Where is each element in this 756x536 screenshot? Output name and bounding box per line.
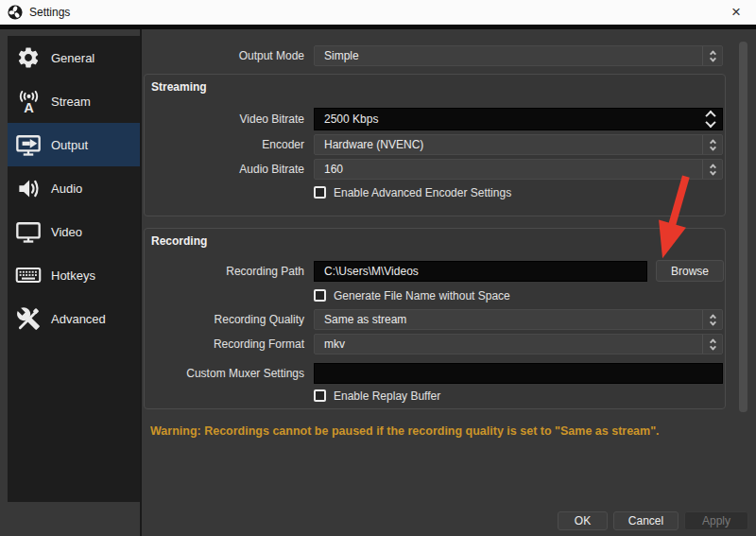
output-mode-label: Output Mode	[144, 45, 304, 66]
recording-format-select[interactable]: mkv	[314, 334, 723, 354]
advanced-icon	[14, 304, 43, 333]
apply-button[interactable]: Apply	[684, 511, 748, 530]
obs-logo-icon	[8, 5, 23, 20]
titlebar: Settings ×	[0, 0, 756, 25]
advanced-encoder-checkbox-label: Enable Advanced Encoder Settings	[334, 186, 511, 199]
cancel-button[interactable]: Cancel	[613, 511, 679, 530]
browse-button[interactable]: Browse	[656, 260, 724, 282]
titlebar-divider	[0, 25, 756, 29]
sidebar-item-general[interactable]: General	[8, 36, 140, 79]
recording-quality-label: Recording Quality	[144, 309, 304, 330]
audio-icon	[14, 174, 43, 202]
recording-quality-select[interactable]: Same as stream	[314, 309, 723, 330]
encoder-label: Encoder	[144, 134, 304, 155]
sidebar-item-hotkeys[interactable]: Hotkeys	[8, 253, 140, 297]
sidebar-item-label: General	[51, 51, 94, 65]
streaming-group-title: Streaming	[151, 80, 207, 94]
scrollbar[interactable]	[739, 42, 747, 412]
recording-group-title: Recording	[151, 234, 207, 248]
recording-quality-spinner[interactable]	[702, 310, 722, 329]
recording-format-label: Recording Format	[144, 334, 304, 354]
output-icon	[14, 130, 43, 159]
sidebar-nav: General A Stream	[8, 36, 140, 502]
encoder-value: Hardware (NVENC)	[324, 138, 423, 151]
audio-bitrate-label: Audio Bitrate	[144, 159, 304, 180]
output-mode-value: Simple	[324, 49, 359, 62]
svg-text:A: A	[24, 99, 34, 113]
filename-space-checkbox[interactable]	[314, 289, 326, 302]
custom-muxer-input[interactable]	[314, 363, 723, 384]
video-icon	[14, 217, 43, 246]
sidebar-item-label: Hotkeys	[51, 268, 95, 283]
filename-space-checkbox-label: Generate File Name without Space	[334, 289, 510, 303]
sidebar-item-label: Output	[51, 138, 88, 152]
sidebar-item-label: Audio	[51, 182, 82, 196]
close-button[interactable]: ×	[716, 0, 756, 25]
advanced-encoder-checkbox[interactable]	[314, 186, 326, 199]
recording-path-input[interactable]	[314, 261, 647, 282]
annotation-arrow	[648, 173, 701, 263]
gear-icon	[14, 43, 43, 72]
sidebar-item-advanced[interactable]: Advanced	[8, 297, 140, 340]
sidebar-item-label: Video	[51, 225, 82, 239]
sidebar-item-video[interactable]: Video	[8, 210, 140, 253]
audio-bitrate-spinner[interactable]	[702, 160, 722, 179]
sidebar-divider	[140, 29, 142, 536]
audio-bitrate-value: 160	[324, 163, 343, 176]
video-bitrate-value: 2500 Kbps	[324, 112, 378, 126]
video-bitrate-spinbox[interactable]: 2500 Kbps	[314, 108, 723, 130]
output-mode-select[interactable]: Simple	[314, 45, 723, 66]
recording-quality-value: Same as stream	[324, 313, 406, 326]
video-bitrate-label: Video Bitrate	[144, 109, 304, 130]
settings-window: Settings × General A Stream	[0, 0, 756, 536]
recording-format-spinner[interactable]	[702, 335, 722, 354]
video-bitrate-spinner[interactable]	[701, 109, 720, 130]
replay-buffer-checkbox-label: Enable Replay Buffer	[334, 389, 440, 403]
warning-text: Warning: Recordings cannot be paused if …	[150, 424, 736, 438]
replay-buffer-checkbox[interactable]	[314, 389, 326, 402]
custom-muxer-label: Custom Muxer Settings	[144, 363, 304, 384]
output-mode-spinner[interactable]	[702, 46, 722, 65]
sidebar-item-audio[interactable]: Audio	[8, 166, 140, 210]
sidebar-item-label: Advanced	[51, 312, 106, 326]
sidebar-item-label: Stream	[51, 95, 91, 109]
sidebar-item-output[interactable]: Output	[8, 123, 140, 166]
recording-path-label: Recording Path	[144, 261, 304, 282]
window-title: Settings	[29, 6, 70, 19]
encoder-spinner[interactable]	[702, 135, 722, 154]
hotkeys-icon	[14, 261, 43, 289]
ok-button[interactable]: OK	[558, 511, 608, 530]
sidebar-item-stream[interactable]: A Stream	[8, 79, 140, 123]
encoder-select[interactable]: Hardware (NVENC)	[314, 134, 723, 155]
stream-icon: A	[14, 87, 43, 115]
recording-format-value: mkv	[324, 337, 345, 351]
